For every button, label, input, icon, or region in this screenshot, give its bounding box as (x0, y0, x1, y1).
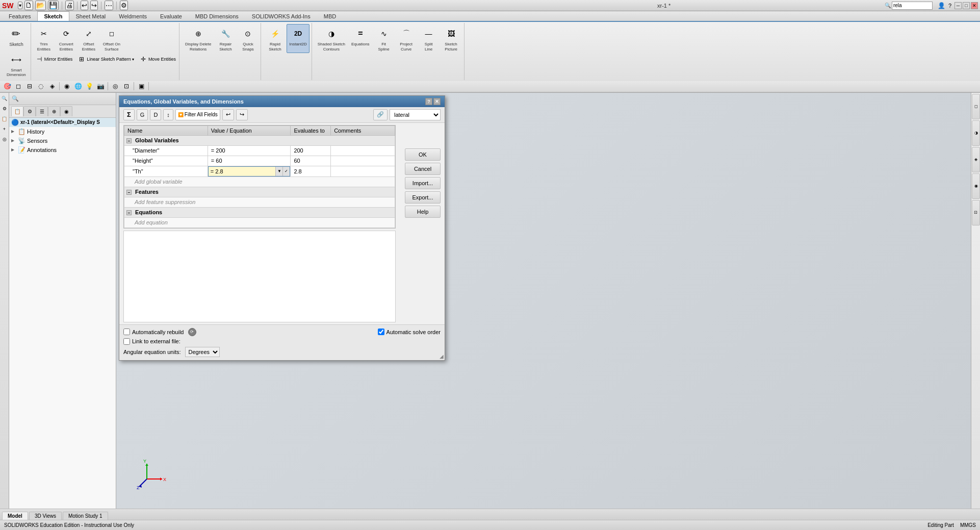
view-2d-btn[interactable]: ◻ (13, 82, 23, 91)
undo-eq-btn[interactable]: ↩ (222, 109, 234, 120)
left-icon-5[interactable]: ◎ (0, 135, 10, 144)
user-icon[interactable]: 👤 (938, 2, 945, 9)
auto-rebuild-check[interactable]: Automatically rebuild (123, 329, 184, 335)
eq-collapse-btn[interactable]: − (126, 210, 132, 215)
cancel-btn[interactable]: Cancel (405, 163, 441, 175)
height-value[interactable]: = 60 (208, 156, 291, 166)
sidebar-tab-dim[interactable]: ⊕ (48, 106, 60, 116)
export-btn[interactable]: Export... (405, 191, 441, 204)
feat-collapse-btn[interactable]: − (126, 190, 132, 195)
auto-solve-check[interactable]: Automatic solve order (378, 329, 441, 335)
tab-features[interactable]: Features (2, 11, 37, 21)
smart-dimension-btn[interactable]: ⟷ SmartDimension (4, 50, 29, 79)
rapid-sketch-btn[interactable]: ⚡ RapidSketch (264, 24, 286, 53)
sidebar-tab-propertymanager[interactable]: ⚙ (23, 106, 36, 116)
search-input[interactable] (892, 2, 933, 10)
undo-btn[interactable]: ↩ (81, 1, 88, 10)
repair-sketch-btn[interactable]: 🔧 RepairSketch (215, 24, 236, 53)
left-icon-3[interactable]: 📋 (0, 114, 10, 123)
redo-eq-btn[interactable]: ↪ (236, 109, 248, 120)
ok-btn[interactable]: OK (405, 148, 441, 161)
add-feature-row[interactable]: Add feature suppression (124, 197, 395, 207)
th-name[interactable]: "Th" (124, 166, 208, 176)
add-dim-btn[interactable]: D (150, 109, 161, 120)
view-hide-all-btn[interactable]: ◎ (110, 82, 120, 91)
add-global-btn[interactable]: G (137, 109, 148, 120)
new-btn[interactable]: 🗋 (24, 1, 33, 10)
sidebar-filter-btn[interactable]: 🔍 (10, 94, 20, 103)
tab-mbd-dimensions[interactable]: MBD Dimensions (189, 11, 245, 21)
restore-btn[interactable]: □ (963, 2, 970, 9)
help-btn[interactable]: Help (405, 206, 441, 218)
view-display-btn[interactable]: ◈ (47, 82, 57, 91)
diameter-name[interactable]: "Diameter" (124, 145, 208, 156)
view-hide-btn[interactable]: ◌ (36, 82, 46, 91)
tools-btn[interactable]: ⚙ (120, 1, 128, 10)
linear-sketch-arrow[interactable]: ▾ (132, 57, 134, 62)
rs-btn-2[interactable]: ◑ (972, 120, 980, 146)
tab-weldments[interactable]: Weldments (112, 11, 153, 21)
height-name[interactable]: "Height" (124, 156, 208, 166)
tree-item-history[interactable]: ▶ 📋 History (9, 127, 116, 136)
link-external-checkbox[interactable] (123, 338, 130, 345)
filter-field[interactable]: 🔽 Filter All Fields (175, 109, 220, 120)
add-global-var-row[interactable]: Add global variable (124, 176, 395, 187)
linear-sketch-btn[interactable]: ⊞ Linear Sketch Pattern ▾ (75, 54, 136, 64)
add-equation-btn[interactable]: Σ (123, 109, 135, 120)
project-curve-btn[interactable]: ⌒ ProjectCurve (396, 24, 417, 53)
auto-rebuild-checkbox[interactable] (123, 329, 130, 335)
display-delete-btn[interactable]: ⊕ Display DeleteRelations (183, 24, 214, 53)
open-btn[interactable]: 📂 (35, 1, 46, 10)
tab-solidworks-addins[interactable]: SOLIDWORKS Add-Ins (245, 11, 317, 21)
left-icon-2[interactable]: ⚙ (0, 104, 10, 113)
menu-arrow[interactable]: ▾ (18, 2, 22, 9)
angular-units-select[interactable]: Degrees Radians (185, 347, 220, 357)
view-section-btn[interactable]: ⊟ (24, 82, 35, 91)
rs-btn-3[interactable]: ◈ (972, 147, 980, 172)
view-cameras-btn[interactable]: 📷 (95, 82, 106, 91)
add-feat-cell[interactable]: Add feature suppression (124, 197, 395, 207)
tab-sheet-metal[interactable]: Sheet Metal (69, 11, 113, 21)
tab-mbd[interactable]: MBD (317, 11, 343, 21)
offset-entities-btn[interactable]: ⤢ OffsetEntities (78, 24, 99, 53)
sketch-picture-btn[interactable]: 🖼 SketchPicture (441, 24, 462, 53)
view-component-btn[interactable]: ⊡ (121, 82, 132, 91)
view-appearance-btn[interactable]: ◉ (62, 82, 72, 91)
th-value[interactable]: = 2.8 ▼ ✓ (208, 166, 291, 176)
diameter-value[interactable]: = 200 (208, 145, 291, 156)
tree-item-sensors[interactable]: ▶ 📡 Sensors (9, 136, 116, 145)
rs-btn-4[interactable]: ◉ (972, 173, 980, 199)
select-btn[interactable]: ⋯ (105, 1, 113, 10)
convert-entities-btn[interactable]: ⟳ ConvertEntities (56, 24, 77, 53)
rs-btn-5[interactable]: ⊡ (972, 200, 980, 225)
auto-solve-checkbox[interactable] (378, 329, 384, 335)
add-gv-cell[interactable]: Add global variable (124, 176, 395, 187)
dialog-help-btn[interactable]: ? (425, 98, 432, 105)
resize-handle[interactable]: ◢ (440, 354, 444, 359)
print-btn[interactable]: 🖨 (65, 1, 74, 10)
redo-btn[interactable]: ↪ (90, 1, 98, 10)
add-equation-row[interactable]: Add equation (124, 217, 395, 228)
left-icon-4[interactable]: + (0, 124, 10, 134)
shaded-sketch-btn[interactable]: ◑ Shaded SketchContours (315, 24, 348, 53)
equations-table-container[interactable]: Name Value / Equation Evaluates to Comme… (123, 125, 396, 229)
offset-surface-btn[interactable]: ◻ Offset OnSurface (100, 24, 123, 53)
sw-logo[interactable]: SW (2, 2, 14, 10)
quick-snaps-btn[interactable]: ⊙ QuickSnaps (237, 24, 259, 53)
rs-btn-1[interactable]: ◻ (972, 94, 980, 119)
tab-3d-views[interactable]: 3D Views (29, 512, 62, 520)
gv-collapse-btn[interactable]: − (126, 138, 132, 143)
dialog-close-btn[interactable]: ✕ (433, 98, 441, 105)
minimize-btn[interactable]: ─ (955, 2, 962, 9)
tab-motion-study[interactable]: Motion Study 1 (63, 512, 108, 520)
th-edit-btn[interactable]: ▼ (275, 167, 282, 176)
link-file-btn[interactable]: 🔗 (373, 109, 388, 120)
split-line-btn[interactable]: — SplitLine (418, 24, 440, 53)
tree-root-item[interactable]: 🔵 xr-1 (lateral<<Default>_Display S (9, 118, 116, 127)
help-icon[interactable]: ? (948, 3, 951, 9)
left-icon-1[interactable]: 🔍 (0, 94, 10, 103)
add-eq-cell[interactable]: Add equation (124, 217, 395, 228)
import-btn[interactable]: Import... (405, 177, 441, 189)
trim-entities-btn[interactable]: ✂ TrimEntities (33, 24, 55, 53)
sidebar-tab-config[interactable]: ☰ (36, 106, 48, 116)
